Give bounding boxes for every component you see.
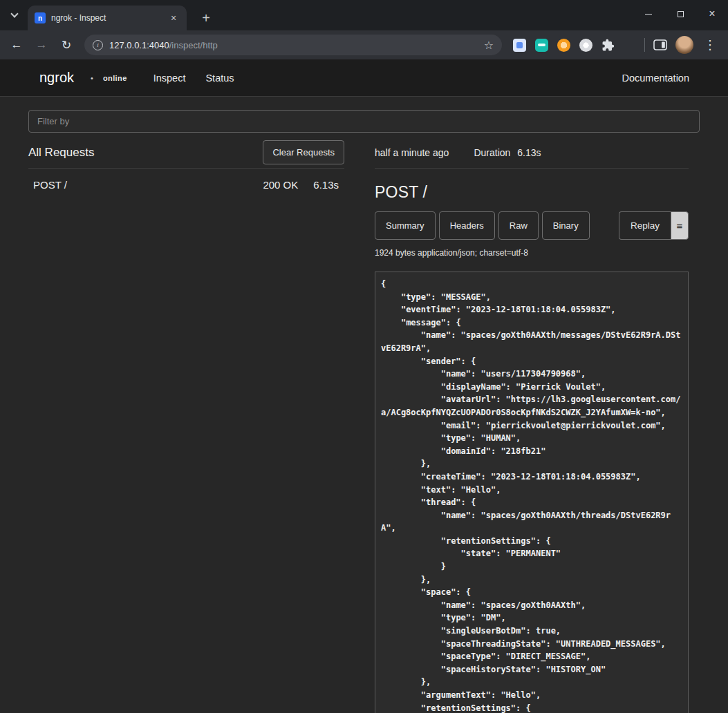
- back-button[interactable]: ←: [6, 34, 28, 56]
- tab-search-button[interactable]: [6, 7, 23, 23]
- content-meta: 1924 bytes application/json; charset=utf…: [375, 248, 689, 258]
- request-row[interactable]: POST / 200 OK 6.13s: [28, 169, 344, 201]
- ngrok-favicon: n: [35, 12, 46, 23]
- browser-titlebar: n ngrok - Inspect × + ×: [0, 0, 728, 30]
- replay-menu-button[interactable]: ≡: [671, 211, 689, 240]
- browser-menu-icon[interactable]: ⋮: [702, 37, 718, 53]
- ngrok-logo[interactable]: ngrok: [39, 70, 74, 86]
- tab-binary[interactable]: Binary: [542, 211, 590, 240]
- extensions-puzzle-icon[interactable]: [601, 39, 615, 52]
- maximize-icon: [678, 11, 684, 17]
- requests-panel: All Requests Clear Requests POST / 200 O…: [28, 137, 344, 713]
- extension-icon[interactable]: [513, 39, 526, 52]
- browser-toolbar: ← → ↻ i 127.0.0.1:4040/inspect/http ☆ ⋮: [0, 30, 728, 59]
- nav-item-inspect[interactable]: Inspect: [153, 73, 186, 84]
- clear-requests-button[interactable]: Clear Requests: [263, 140, 344, 164]
- close-button[interactable]: ×: [696, 0, 728, 28]
- url-bar[interactable]: i 127.0.0.1:4040/inspect/http ☆: [84, 35, 502, 55]
- browser-tab[interactable]: n ngrok - Inspect ×: [28, 6, 187, 30]
- detail-panel-header: half a minute ago Duration 6.13s: [375, 137, 689, 169]
- code-block: { "type": "MESSAGE", "eventTime": "2023-…: [375, 272, 689, 713]
- extension-icon[interactable]: [557, 39, 570, 52]
- maximize-button[interactable]: [664, 0, 696, 28]
- requests-panel-header: All Requests Clear Requests: [28, 137, 344, 169]
- request-time-ago: half a minute ago: [375, 147, 449, 158]
- duration-label: Duration: [474, 147, 510, 158]
- ngrok-header: ngrok • online Inspect Status Documentat…: [0, 59, 728, 97]
- hamburger-icon: ≡: [677, 220, 683, 231]
- status-dot-icon: •: [91, 74, 93, 82]
- side-panel-icon[interactable]: [653, 39, 667, 51]
- replay-group: Replay ≡: [619, 211, 689, 240]
- request-method-path: POST /: [33, 179, 263, 191]
- main-content: All Requests Clear Requests POST / 200 O…: [0, 110, 728, 713]
- minimize-button[interactable]: [633, 0, 664, 28]
- request-title: POST /: [375, 183, 689, 202]
- request-duration: 6.13s: [313, 179, 339, 191]
- status-online-label: online: [103, 74, 127, 82]
- nav-item-status[interactable]: Status: [205, 73, 234, 84]
- bookmark-star-icon[interactable]: ☆: [484, 39, 494, 52]
- detail-tabs: Summary Headers Raw Binary Replay ≡: [375, 211, 689, 240]
- detail-panel: half a minute ago Duration 6.13s POST / …: [375, 137, 689, 713]
- tab-raw[interactable]: Raw: [498, 211, 539, 240]
- nav-item-documentation[interactable]: Documentation: [622, 73, 689, 84]
- toolbar-divider: [644, 38, 645, 52]
- new-tab-button[interactable]: +: [196, 8, 216, 28]
- toolbar-right-cluster: ⋮: [644, 36, 722, 54]
- tab-summary[interactable]: Summary: [375, 211, 436, 240]
- url-host: 127.0.0.1:4040: [109, 40, 169, 50]
- chevron-down-icon: [10, 10, 18, 17]
- extension-icon[interactable]: [535, 39, 548, 52]
- minimize-icon: [645, 14, 652, 15]
- forward-button[interactable]: →: [30, 34, 53, 56]
- tab-title: ngrok - Inspect: [51, 13, 162, 23]
- filter-input[interactable]: [28, 110, 700, 133]
- url-path: /inspect/http: [169, 40, 218, 50]
- request-body-json: { "type": "MESSAGE", "eventTime": "2023-…: [381, 278, 682, 713]
- window-controls: ×: [633, 0, 728, 28]
- reload-button[interactable]: ↻: [55, 34, 77, 56]
- site-info-icon[interactable]: i: [93, 40, 103, 50]
- request-status: 200 OK: [263, 179, 298, 191]
- profile-avatar[interactable]: [675, 36, 693, 54]
- replay-button[interactable]: Replay: [619, 211, 671, 240]
- url-text: 127.0.0.1:4040/inspect/http: [109, 40, 478, 50]
- extension-icon[interactable]: [579, 39, 592, 52]
- tab-headers[interactable]: Headers: [439, 211, 495, 240]
- tab-close-icon[interactable]: ×: [167, 12, 180, 24]
- requests-title: All Requests: [28, 146, 94, 160]
- extensions-cluster: [513, 39, 615, 52]
- duration-value: 6.13s: [517, 147, 541, 158]
